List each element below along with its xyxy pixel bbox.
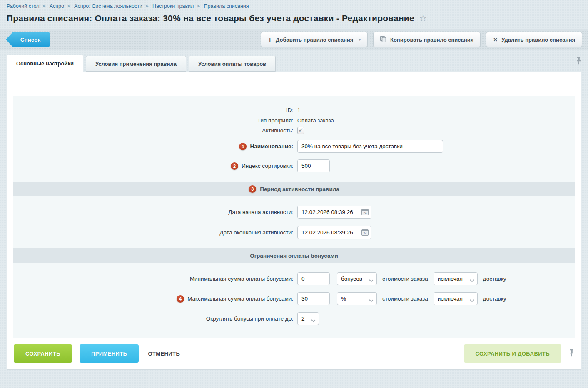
breadcrumb: Рабочий стол ▶ Аспро ▶ Аспро: Система ло… — [0, 0, 588, 9]
field-badge-1: 1 — [239, 143, 247, 150]
tab-main-settings[interactable]: Основные настройки — [7, 55, 83, 72]
toolbar: Список + Добавить правило списания ▾ Коп… — [0, 29, 588, 50]
tab-label: Основные настройки — [16, 60, 74, 67]
breadcrumb-item-aspro[interactable]: Аспро — [50, 3, 64, 9]
date-end-input[interactable] — [297, 226, 371, 239]
back-to-list-label: Список — [20, 37, 41, 43]
name-label: Наименование: — [250, 143, 293, 149]
max-sum-tail-text: доставку — [483, 296, 506, 302]
sort-input[interactable] — [297, 159, 330, 172]
section-period: 3 Период активности правила — [13, 182, 575, 196]
chevron-right-icon: ▶ — [43, 5, 45, 8]
back-to-list-button[interactable]: Список — [6, 32, 50, 47]
max-sum-mode-select[interactable]: исключая — [434, 292, 478, 305]
breadcrumb-item-desktop[interactable]: Рабочий стол — [7, 3, 39, 9]
field-badge-4: 4 — [177, 295, 184, 303]
favorite-star-icon[interactable]: ☆ — [419, 14, 427, 22]
dropdown-caret-icon[interactable]: ▾ — [359, 37, 361, 42]
max-sum-unit-select[interactable]: % — [337, 292, 377, 305]
active-label: Активность: — [13, 127, 293, 134]
add-rule-label: Добавить правило списания — [276, 37, 353, 43]
tab-label: Условия оплаты товаров — [198, 61, 266, 67]
tab-label: Условия применения правила — [95, 61, 177, 67]
round-label: Округлять бонусы при оплате до: — [13, 316, 293, 322]
max-sum-input[interactable] — [297, 292, 330, 305]
date-start-label: Дата начала активности: — [13, 209, 293, 215]
add-rule-button[interactable]: + Добавить правило списания ▾ — [261, 32, 368, 47]
breadcrumb-item-loyalty[interactable]: Аспро: Система лояльности — [74, 3, 142, 9]
min-sum-input[interactable] — [297, 272, 330, 285]
date-end-label: Дата окончания активности: — [13, 229, 293, 236]
save-button[interactable]: СОХРАНИТЬ — [14, 344, 72, 363]
max-sum-label: Максимальная сумма оплаты бонусами: — [187, 296, 293, 302]
copy-rule-label: Копировать правило списания — [390, 37, 473, 43]
delete-rule-label: Удалить правило списания — [501, 37, 575, 43]
chevron-right-icon: ▶ — [146, 5, 149, 8]
min-sum-unit-select[interactable]: бонусов — [337, 272, 377, 285]
close-icon: ✕ — [493, 37, 498, 43]
date-start-input[interactable] — [297, 206, 371, 219]
field-badge-2: 2 — [231, 162, 238, 170]
cancel-button[interactable]: ОТМЕНИТЬ — [146, 344, 182, 363]
calendar-icon[interactable]: 24 — [361, 209, 369, 215]
min-sum-mid-text: стоимости заказа — [382, 276, 428, 282]
copy-rule-button[interactable]: Копировать правило списания — [373, 32, 481, 47]
delete-rule-button[interactable]: ✕ Удалить правило списания — [486, 32, 582, 47]
min-sum-label: Минимальная сумма оплаты бонусами: — [13, 276, 293, 282]
calendar-day: 24 — [363, 211, 366, 215]
id-label: ID: — [13, 107, 293, 113]
profile-type-label: Тип профиля: — [13, 117, 293, 124]
chevron-right-icon: ▶ — [68, 5, 70, 8]
copy-icon — [380, 36, 386, 44]
tab-payment-conditions[interactable]: Условия оплаты товаров — [189, 56, 276, 72]
breadcrumb-item-rules-settings[interactable]: Настроки правил — [152, 3, 194, 9]
apply-button[interactable]: ПРИМЕНИТЬ — [80, 344, 139, 363]
calendar-icon[interactable]: 24 — [361, 229, 369, 236]
round-select[interactable]: 2 — [297, 312, 319, 325]
min-sum-tail-text: доставку — [483, 276, 506, 282]
min-sum-mode-select[interactable]: исключая — [434, 272, 478, 285]
name-input[interactable] — [297, 140, 443, 153]
breadcrumb-item-writeoff-rules[interactable]: Правила списания — [204, 3, 249, 9]
profile-type-value: Оплата заказа — [297, 117, 334, 124]
form-content: ID: 1 Тип профиля: Оплата заказа Активно… — [7, 72, 581, 370]
field-badge-3: 3 — [249, 185, 256, 193]
section-period-title: Период активности правила — [260, 186, 339, 192]
section-limits: Ограничения оплаты бонусами — [13, 248, 575, 263]
max-sum-mid-text: стоимости заказа — [382, 296, 428, 302]
page-title: Правила списания: Оплата заказа: 30% на … — [7, 13, 414, 23]
footer-bar: СОХРАНИТЬ ПРИМЕНИТЬ ОТМЕНИТЬ СОХРАНИТЬ И… — [7, 338, 581, 369]
tab-apply-conditions[interactable]: Условия применения правила — [86, 56, 186, 72]
plus-icon: + — [268, 36, 272, 43]
sort-label: Индекс сортировки: — [242, 163, 293, 169]
pin-icon[interactable] — [576, 57, 581, 70]
form-panel: ID: 1 Тип профиля: Оплата заказа Активно… — [13, 96, 575, 338]
pin-icon[interactable] — [569, 349, 574, 358]
save-and-add-button[interactable]: СОХРАНИТЬ И ДОБАВИТЬ — [464, 344, 561, 363]
calendar-day: 24 — [363, 231, 366, 235]
tab-bar: Основные настройки Условия применения пр… — [0, 50, 588, 72]
chevron-right-icon: ▶ — [197, 5, 200, 8]
id-value: 1 — [297, 107, 300, 113]
active-checkbox[interactable] — [297, 127, 304, 134]
section-limits-title: Ограничения оплаты бонусами — [250, 253, 338, 259]
